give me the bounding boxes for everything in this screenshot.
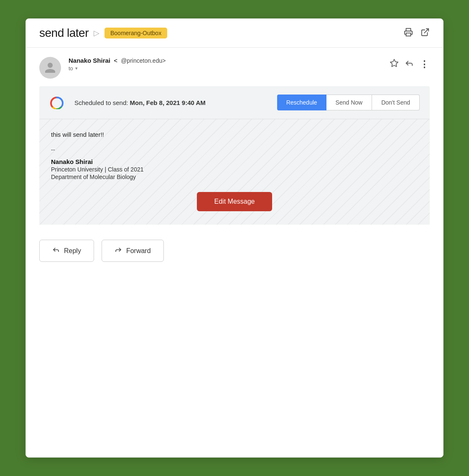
signature-line1: Princeton University | Class of 2021 xyxy=(51,166,418,173)
sender-email-prefix: < xyxy=(112,57,119,64)
edit-message-button[interactable]: Edit Message xyxy=(197,192,273,211)
scheduled-label: Scheduled to send: Mon, Feb 8, 2021 9:40… xyxy=(74,99,206,106)
svg-rect-0 xyxy=(406,33,411,36)
send-now-button[interactable]: Send Now xyxy=(326,95,372,110)
scheduled-section: Scheduled to send: Mon, Feb 8, 2021 9:40… xyxy=(39,86,430,119)
signature-name: Nanako Shirai xyxy=(51,158,418,165)
open-external-icon[interactable] xyxy=(421,28,430,39)
boomerang-logo xyxy=(49,96,64,109)
reply-button[interactable]: Reply xyxy=(39,240,94,262)
sender-actions: ⋮ xyxy=(390,57,430,70)
reschedule-button[interactable]: Reschedule xyxy=(277,95,326,110)
avatar xyxy=(39,57,61,79)
outbox-badge: Boomerang-Outbox xyxy=(105,28,167,38)
sender-row: Nanako Shirai < @princeton.edu> to ▾ xyxy=(26,48,443,86)
forward-label: Forward xyxy=(126,247,151,255)
email-header: send later ▷ Boomerang-Outbox xyxy=(26,19,443,48)
sender-info: Nanako Shirai < @princeton.edu> to ▾ xyxy=(69,57,382,72)
to-label: to xyxy=(69,65,73,72)
forward-arrow-icon xyxy=(115,246,122,256)
star-icon[interactable] xyxy=(390,59,399,70)
email-window: send later ▷ Boomerang-Outbox xyxy=(25,18,444,458)
email-body-content: this will send later!! -- Nanako Shirai … xyxy=(51,131,418,211)
scheduled-text: Scheduled to send: Mon, Feb 8, 2021 9:40… xyxy=(74,99,269,106)
dont-send-button[interactable]: Don't Send xyxy=(372,95,420,110)
sender-email: @princeton.edu> xyxy=(121,57,166,64)
scheduled-buttons: Reschedule Send Now Don't Send xyxy=(277,95,420,110)
svg-marker-2 xyxy=(390,59,398,67)
reply-label: Reply xyxy=(64,247,81,255)
reply-icon[interactable] xyxy=(405,59,414,70)
sender-name: Nanako Shirai xyxy=(69,57,110,64)
email-separator: -- xyxy=(51,146,418,153)
header-arrow-icon: ▷ xyxy=(94,28,99,38)
scheduled-date: Mon, Feb 8, 2021 9:40 AM xyxy=(130,99,206,106)
email-title: send later xyxy=(39,26,89,40)
chevron-down-icon[interactable]: ▾ xyxy=(75,66,78,71)
print-icon[interactable] xyxy=(404,28,413,39)
reply-arrow-icon xyxy=(52,246,60,256)
email-actions: Reply Forward xyxy=(26,225,443,279)
header-icon-group xyxy=(404,28,430,39)
forward-button[interactable]: Forward xyxy=(102,240,164,262)
svg-line-1 xyxy=(424,28,428,33)
more-options-icon[interactable]: ⋮ xyxy=(420,59,430,70)
email-message: this will send later!! xyxy=(51,131,418,138)
signature-line2: Department of Molecular Biology xyxy=(51,174,418,180)
email-body: this will send later!! -- Nanako Shirai … xyxy=(39,119,430,225)
